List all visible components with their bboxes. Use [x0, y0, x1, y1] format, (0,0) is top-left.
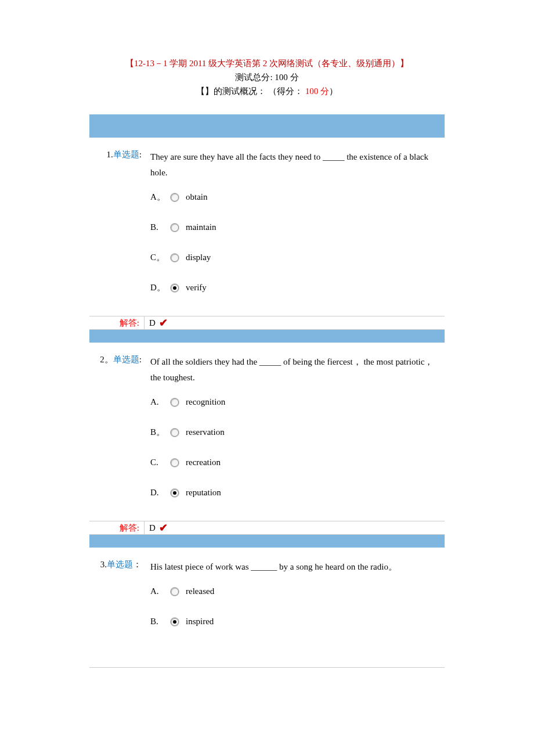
section-divider [89, 535, 445, 548]
question-type: 单选题 [113, 150, 139, 159]
answer-row: 解答:D✔ [89, 316, 445, 330]
option-letter: A。 [150, 189, 171, 205]
option-text: maintain [186, 219, 439, 235]
question-number: 2。单选题: [95, 354, 150, 515]
option-line: C。display [150, 250, 439, 265]
question-row: 1.单选题:They are sure they have all the fa… [89, 138, 445, 316]
option-letter: D。 [150, 280, 171, 296]
question-number: 1.单选题: [95, 149, 150, 310]
option-letter: C. [150, 455, 171, 470]
option-letter: B. [150, 614, 171, 629]
radio-icon[interactable] [171, 398, 179, 406]
option-text: recognition [186, 394, 439, 410]
question-body: His latest piece of work was ______ by a… [150, 559, 439, 644]
question-stem: They are sure they have all the facts th… [150, 149, 439, 181]
option-line: D。verify [150, 280, 439, 296]
radio-icon[interactable] [171, 429, 179, 437]
option-letter: A. [150, 584, 171, 599]
option-letter: A. [150, 394, 171, 410]
radio-icon[interactable] [171, 254, 179, 262]
test-score: 【】的测试概况： （得分： 100 分） [0, 86, 534, 97]
question-type: 单选题 [113, 355, 139, 364]
option-line: C.recreation [150, 455, 439, 470]
option-line: A。obtain [150, 189, 439, 205]
option-text: display [186, 250, 439, 265]
radio-icon[interactable] [171, 588, 179, 596]
radio-icon[interactable] [171, 489, 179, 497]
option-text: reputation [186, 485, 439, 501]
question-body: Of all the soldiers they had the _____ o… [150, 354, 439, 515]
radio-icon[interactable] [171, 618, 179, 626]
section-divider [89, 114, 445, 138]
option-text: inspired [186, 614, 439, 629]
answer-text: D [149, 318, 156, 328]
score-value: 100 分 [305, 87, 329, 96]
questions-container: 1.单选题:They are sure they have all the fa… [89, 114, 445, 650]
section-divider [89, 330, 445, 343]
test-title: 【12-13－1 学期 2011 级大学英语第 2 次网络测试（各专业、级别通用… [0, 58, 534, 69]
question-sep: : [139, 355, 142, 364]
question-body: They are sure they have all the facts th… [150, 149, 439, 310]
option-text: obtain [186, 189, 439, 205]
question-row: 2。单选题:Of all the soldiers they had the _… [89, 343, 445, 521]
answer-label: 解答: [89, 316, 145, 329]
question-sep: ： [133, 560, 142, 569]
radio-icon[interactable] [171, 193, 179, 201]
option-line: B.inspired [150, 614, 439, 629]
option-letter: C。 [150, 250, 171, 265]
score-suffix: ） [329, 87, 338, 96]
radio-icon[interactable] [171, 284, 179, 292]
question-row: 3.单选题：His latest piece of work was _____… [89, 548, 445, 650]
option-text: reservation [186, 424, 439, 440]
question-stem: Of all the soldiers they had the _____ o… [150, 354, 439, 386]
question-index: 3. [100, 560, 107, 569]
option-line: B。reservation [150, 424, 439, 440]
answer-label: 解答: [89, 521, 145, 534]
radio-icon[interactable] [171, 459, 179, 467]
option-letter: D. [150, 485, 171, 501]
question-number: 3.单选题： [95, 559, 150, 644]
question-index: 2。 [100, 355, 113, 364]
option-line: B.maintain [150, 219, 439, 235]
question-index: 1. [107, 150, 113, 159]
question-sep: : [139, 150, 142, 159]
option-line: A.recognition [150, 394, 439, 410]
test-total: 测试总分: 100 分 [0, 72, 534, 83]
page-header: 【12-13－1 学期 2011 级大学英语第 2 次网络测试（各专业、级别通用… [0, 58, 534, 97]
option-text: verify [186, 280, 439, 296]
option-letter: B. [150, 219, 171, 235]
option-text: recreation [186, 455, 439, 470]
answer-value: D✔ [145, 316, 168, 329]
option-text: released [186, 584, 439, 599]
answer-row: 解答:D✔ [89, 521, 445, 535]
option-line: A.released [150, 584, 439, 599]
footer-divider [89, 667, 445, 668]
check-icon: ✔ [159, 316, 168, 329]
score-prefix: 【】的测试概况： （得分： [196, 87, 305, 96]
radio-icon[interactable] [171, 224, 179, 232]
option-letter: B。 [150, 424, 171, 440]
answer-text: D [149, 523, 156, 533]
question-type: 单选题 [107, 560, 133, 569]
check-icon: ✔ [159, 521, 168, 534]
question-stem: His latest piece of work was ______ by a… [150, 559, 439, 575]
answer-value: D✔ [145, 521, 168, 534]
option-line: D.reputation [150, 485, 439, 501]
